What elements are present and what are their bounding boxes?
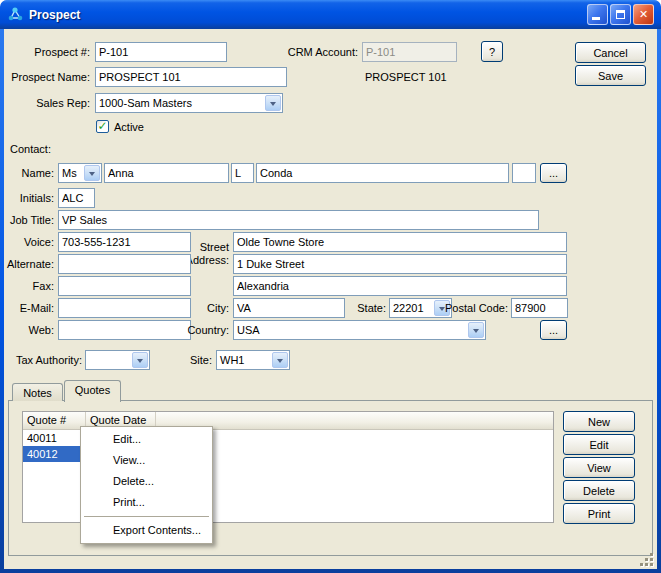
- crm-account-input: [362, 42, 457, 62]
- menu-item-export-contents[interactable]: Export Contents...: [82, 520, 211, 541]
- street-address-line2-input[interactable]: [233, 254, 567, 274]
- chevron-down-icon[interactable]: [272, 352, 288, 368]
- print-button[interactable]: Print: [563, 503, 635, 524]
- tax-authority-label: Tax Authority:: [4, 354, 82, 366]
- postal-code-input[interactable]: [511, 298, 568, 318]
- fax-label: Fax:: [4, 280, 54, 292]
- name-browse-button[interactable]: ...: [540, 163, 567, 183]
- alternate-input[interactable]: [58, 254, 191, 274]
- prospect-number-label: Prospect #:: [4, 46, 90, 58]
- job-title-input[interactable]: [58, 210, 539, 230]
- menu-separator: [84, 516, 209, 517]
- tab-quotes[interactable]: Quotes: [64, 380, 121, 402]
- initials-label: Initials:: [4, 192, 54, 204]
- site-label: Site:: [180, 354, 212, 366]
- prospect-window: Prospect ✕ Prospect #: CRM Account: ? Ca…: [0, 0, 661, 573]
- menu-item-edit[interactable]: Edit...: [82, 429, 211, 450]
- email-input[interactable]: [58, 298, 191, 318]
- maximize-button[interactable]: [610, 4, 631, 25]
- city-label: City:: [179, 302, 229, 314]
- job-title-label: Job Title:: [4, 214, 54, 226]
- crm-account-label: CRM Account:: [270, 46, 358, 58]
- contact-section-label: Contact:: [10, 143, 51, 155]
- checkmark-icon: ✓: [97, 120, 107, 132]
- name-label: Name:: [4, 167, 54, 179]
- context-menu: Edit... View... Delete... Print... Expor…: [80, 426, 213, 544]
- column-header-filler: [156, 412, 553, 429]
- suffix-input[interactable]: [512, 163, 536, 183]
- app-icon: [7, 6, 24, 23]
- country-label: Country:: [179, 324, 229, 336]
- alternate-label: Alternate:: [4, 258, 54, 270]
- chevron-down-icon[interactable]: [265, 95, 281, 111]
- window-title: Prospect: [29, 8, 587, 22]
- city-input[interactable]: [233, 298, 345, 318]
- last-name-input[interactable]: [256, 163, 509, 183]
- fax-input[interactable]: [58, 276, 191, 296]
- name-prefix-select[interactable]: Ms: [58, 163, 102, 183]
- active-label: Active: [114, 121, 144, 133]
- prospect-name-display: PROSPECT 101: [365, 71, 447, 83]
- street-address-line3-input[interactable]: [233, 276, 567, 296]
- sales-rep-label: Sales Rep:: [4, 97, 90, 109]
- country-select[interactable]: USA: [233, 320, 486, 340]
- titlebar[interactable]: Prospect ✕: [0, 0, 661, 29]
- initials-input[interactable]: [58, 188, 95, 208]
- tab-notes[interactable]: Notes: [12, 383, 63, 401]
- first-name-input[interactable]: [104, 163, 229, 183]
- postal-code-label: Postal Code:: [440, 302, 508, 314]
- prospect-name-input[interactable]: [95, 67, 287, 87]
- email-label: E-Mail:: [4, 302, 54, 314]
- chevron-down-icon[interactable]: [468, 322, 484, 338]
- prospect-name-label: Prospect Name:: [4, 71, 90, 83]
- site-select[interactable]: WH1: [216, 350, 290, 370]
- view-button[interactable]: View: [563, 457, 635, 478]
- close-button[interactable]: ✕: [633, 4, 654, 25]
- tax-authority-select[interactable]: [85, 350, 150, 370]
- edit-button[interactable]: Edit: [563, 434, 635, 455]
- street-address-line1-input[interactable]: [233, 232, 567, 252]
- middle-initial-input[interactable]: [231, 163, 254, 183]
- menu-item-delete[interactable]: Delete...: [82, 471, 211, 492]
- minimize-icon: [592, 17, 600, 20]
- resize-grip[interactable]: [640, 553, 654, 567]
- country-browse-button[interactable]: ...: [540, 320, 567, 340]
- state-label: State:: [348, 302, 386, 314]
- menu-item-view[interactable]: View...: [82, 450, 211, 471]
- delete-button[interactable]: Delete: [563, 480, 635, 501]
- sales-rep-select[interactable]: 1000-Sam Masters: [95, 93, 283, 113]
- new-button[interactable]: New: [563, 411, 635, 432]
- minimize-button[interactable]: [587, 4, 608, 25]
- active-checkbox[interactable]: ✓: [96, 120, 109, 133]
- voice-label: Voice:: [4, 236, 54, 248]
- save-button[interactable]: Save: [575, 65, 646, 86]
- column-header-quote-number[interactable]: Quote #: [23, 412, 86, 429]
- menu-item-print[interactable]: Print...: [82, 492, 211, 513]
- web-label: Web:: [4, 324, 54, 336]
- chevron-down-icon[interactable]: [84, 165, 100, 181]
- web-input[interactable]: [58, 320, 191, 340]
- close-icon: ✕: [639, 9, 648, 20]
- cancel-button[interactable]: Cancel: [575, 42, 646, 63]
- chevron-down-icon[interactable]: [132, 352, 148, 368]
- prospect-number-input[interactable]: [95, 42, 227, 62]
- crm-help-button[interactable]: ?: [481, 41, 503, 62]
- maximize-icon: [616, 10, 625, 19]
